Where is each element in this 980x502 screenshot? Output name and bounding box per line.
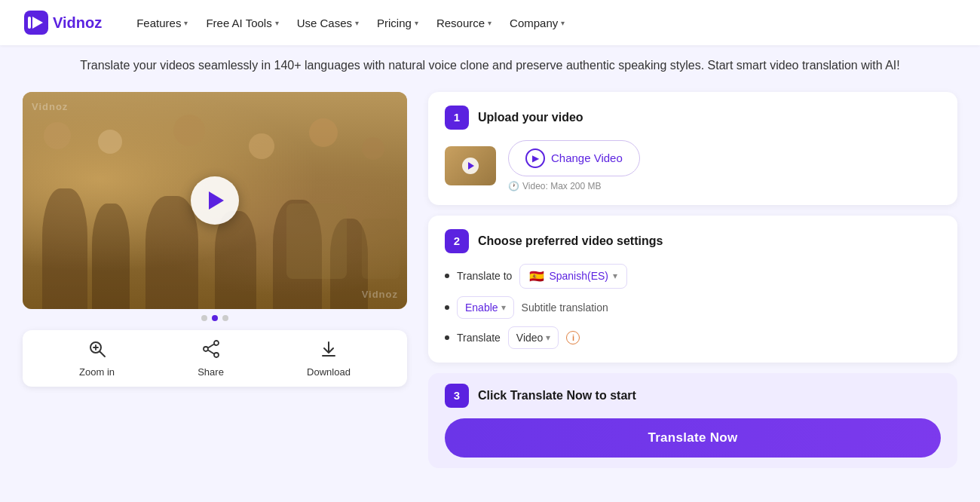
dot-2[interactable] xyxy=(212,315,218,321)
carousel-dots xyxy=(23,315,407,321)
chevron-down-icon: ▾ xyxy=(546,332,550,343)
info-icon[interactable]: i xyxy=(566,331,580,344)
language-name: Spanish(ES) xyxy=(549,270,608,282)
play-circle-icon: ▶ xyxy=(525,148,545,168)
video-controls: Zoom in Share xyxy=(23,330,407,387)
chevron-down-icon: ▾ xyxy=(415,19,418,27)
nav-company[interactable]: Company ▾ xyxy=(502,12,572,34)
nav-items: Features ▾ Free AI Tools ▾ Use Cases ▾ P… xyxy=(129,12,956,34)
translate-to-label: Translate to xyxy=(457,270,512,282)
logo[interactable]: Vidnoz xyxy=(24,11,102,35)
bullet-icon xyxy=(445,274,449,278)
main-content: Vidnoz Vidnoz xyxy=(0,92,980,468)
chevron-down-icon: ▾ xyxy=(488,19,492,27)
share-icon xyxy=(201,339,221,363)
clock-icon: 🕐 xyxy=(508,181,519,191)
upload-row: ▶ Change Video 🕐 Video: Max 200 MB xyxy=(445,140,941,191)
flag-icon: 🇪🇸 xyxy=(529,269,544,283)
svg-point-7 xyxy=(214,341,219,345)
change-video-section: ▶ Change Video 🕐 Video: Max 200 MB xyxy=(508,140,640,191)
chevron-down-icon: ▾ xyxy=(275,19,279,27)
download-icon xyxy=(319,339,338,363)
step-1-title: Upload your video xyxy=(478,111,583,124)
step-3-number: 3 xyxy=(445,384,469,408)
watermark-top-left: Vidnoz xyxy=(32,101,68,112)
chevron-down-icon: ▾ xyxy=(561,19,565,27)
translate-to-row: Translate to 🇪🇸 Spanish(ES) ▾ xyxy=(445,264,941,289)
hero-subtitle: Translate your videos seamlessly in 140+… xyxy=(0,45,980,84)
thumb-play-icon xyxy=(462,158,479,174)
right-panel: 1 Upload your video ▶ Change Video 🕐 xyxy=(407,92,957,468)
svg-point-9 xyxy=(204,347,208,351)
video-thumbnail xyxy=(445,146,496,185)
translate-now-button[interactable]: Translate Now xyxy=(445,418,941,458)
step-2-number: 2 xyxy=(445,229,469,253)
watermark-bottom-right: Vidnoz xyxy=(362,289,398,300)
navbar: Vidnoz Features ▾ Free AI Tools ▾ Use Ca… xyxy=(0,0,980,45)
nav-features[interactable]: Features ▾ xyxy=(129,12,195,34)
logo-icon xyxy=(24,11,48,35)
left-panel: Vidnoz Vidnoz xyxy=(23,92,407,468)
play-button[interactable] xyxy=(191,176,239,225)
share-label: Share xyxy=(198,366,224,378)
translate-type-select[interactable]: Video ▾ xyxy=(508,326,559,349)
svg-line-11 xyxy=(208,350,214,354)
translate-label: Translate xyxy=(457,332,501,344)
step-1-card: 1 Upload your video ▶ Change Video 🕐 xyxy=(428,92,957,205)
step-2-header: 2 Choose preferred video settings xyxy=(445,229,941,253)
step-1-header: 1 Upload your video xyxy=(445,106,941,130)
video-player[interactable]: Vidnoz Vidnoz xyxy=(23,92,407,309)
step-3-header: 3 Click Translate Now to start xyxy=(445,384,941,408)
nav-resource[interactable]: Resource ▾ xyxy=(429,12,499,34)
step-1-number: 1 xyxy=(445,106,469,130)
file-limit-text: 🕐 Video: Max 200 MB xyxy=(508,181,640,191)
svg-point-8 xyxy=(214,353,219,357)
subtitle-translation-label: Subtitle translation xyxy=(522,302,941,314)
subtitle-row: Enable ▾ Subtitle translation xyxy=(445,296,941,319)
share-button[interactable]: Share xyxy=(198,339,224,378)
chevron-down-icon: ▾ xyxy=(355,19,359,27)
enable-select[interactable]: Enable ▾ xyxy=(457,296,514,319)
chevron-down-icon: ▾ xyxy=(613,271,617,281)
chevron-down-icon: ▾ xyxy=(184,19,188,27)
zoom-in-button[interactable]: Zoom in xyxy=(79,339,115,378)
nav-pricing[interactable]: Pricing ▾ xyxy=(369,12,426,34)
download-button[interactable]: Download xyxy=(307,339,351,378)
zoom-in-label: Zoom in xyxy=(79,366,115,378)
brand-name: Vidnoz xyxy=(53,14,102,32)
svg-rect-2 xyxy=(28,17,31,29)
svg-line-10 xyxy=(208,344,214,347)
svg-line-4 xyxy=(100,351,105,357)
nav-free-ai-tools[interactable]: Free AI Tools ▾ xyxy=(198,12,286,34)
download-label: Download xyxy=(307,366,351,378)
change-video-button[interactable]: ▶ Change Video xyxy=(508,140,640,176)
nav-use-cases[interactable]: Use Cases ▾ xyxy=(289,12,366,34)
chevron-down-icon: ▾ xyxy=(501,302,506,313)
bullet-icon xyxy=(445,335,449,340)
step-2-card: 2 Choose preferred video settings Transl… xyxy=(428,216,957,363)
step-2-title: Choose preferred video settings xyxy=(478,234,663,248)
zoom-in-icon xyxy=(87,339,107,363)
language-select[interactable]: 🇪🇸 Spanish(ES) ▾ xyxy=(519,264,627,289)
play-icon xyxy=(209,191,224,210)
bullet-icon xyxy=(445,305,449,310)
translate-type-row: Translate Video ▾ i xyxy=(445,326,941,349)
dot-3[interactable] xyxy=(222,315,228,321)
step-3-card: 3 Click Translate Now to start Translate… xyxy=(428,373,957,468)
dot-1[interactable] xyxy=(201,315,207,321)
step-3-title: Click Translate Now to start xyxy=(478,389,636,403)
